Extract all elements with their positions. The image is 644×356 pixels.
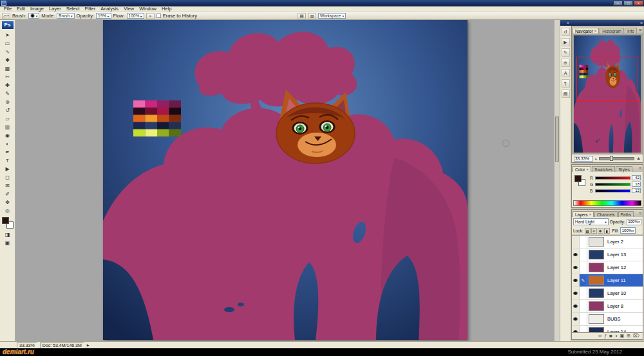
bridge-button[interactable]: ▥ [308, 13, 316, 19]
navigator-zoom-slider[interactable] [599, 157, 635, 160]
tool-path-select[interactable]: ▶ [2, 165, 14, 173]
color-panel-menu-button[interactable]: ≡ [639, 165, 641, 171]
tool-clone-stamp[interactable]: ⊕ [2, 98, 14, 106]
zoom-slider-thumb[interactable] [610, 156, 613, 161]
palettes-button[interactable]: ▤ [298, 13, 306, 19]
dock-history-button[interactable]: ↺ [562, 28, 570, 36]
canvas-artwork[interactable] [103, 20, 468, 340]
dock-brushes-button[interactable]: ✎ [562, 48, 570, 57]
layer-row[interactable]: Layer 14 [572, 326, 643, 332]
tool-gradient[interactable]: ▥ [2, 123, 14, 131]
tool-eraser[interactable]: ▱ [2, 115, 14, 123]
layer-visibility-toggle[interactable] [572, 236, 580, 248]
tool-zoom[interactable]: ◎ [2, 207, 14, 215]
menu-edit[interactable]: Edit [14, 6, 28, 12]
layer-visibility-toggle[interactable] [572, 287, 580, 299]
menu-layer[interactable]: Layer [46, 6, 64, 12]
dock-layer-comps-button[interactable]: ▤ [562, 89, 570, 98]
layer-row[interactable]: ✎Layer 11 [572, 274, 643, 287]
tool-quick-mask[interactable]: ◨ [2, 230, 14, 239]
tool-lasso[interactable]: ∿ [2, 48, 14, 56]
foreground-color-swatch[interactable] [2, 217, 9, 224]
layer-row[interactable]: Layer 13 [572, 248, 643, 261]
layer-opacity-field[interactable]: 100% ▸ [627, 219, 641, 225]
tool-brush[interactable]: ✎ [2, 89, 14, 98]
tool-eyedropper[interactable]: ✐ [2, 190, 14, 198]
tool-crop[interactable]: ▦ [2, 64, 14, 73]
layer-row[interactable]: Layer 12 [572, 261, 643, 274]
tool-dodge[interactable]: ◐ [2, 140, 14, 148]
tool-healing-brush[interactable]: ✚ [2, 81, 14, 89]
menu-select[interactable]: Select [64, 6, 82, 12]
maximize-button[interactable]: □ [623, 1, 633, 6]
mode-select[interactable]: Brush ▾ [57, 13, 75, 19]
navigator-tab-info[interactable]: Info [625, 28, 637, 33]
tool-blur[interactable]: ◉ [2, 131, 14, 140]
menu-file[interactable]: File [1, 6, 14, 12]
layer-row[interactable]: Layer 2 [572, 236, 643, 248]
title-bar[interactable]: – □ × [0, 0, 644, 6]
tool-screen-mode[interactable]: ▣ [2, 239, 14, 247]
menu-view[interactable]: View [121, 6, 137, 12]
color-slider-track[interactable] [595, 176, 630, 180]
color-slider-track[interactable] [595, 189, 630, 192]
layers-panel-menu-button[interactable]: ≡ [639, 211, 641, 216]
lock-transparency-icon[interactable]: ▨ [585, 228, 591, 234]
link-layers-button[interactable]: ∞ [598, 333, 601, 339]
opacity-field[interactable]: 19% ▸ [96, 13, 111, 19]
flow-field[interactable]: 100% ▸ [127, 13, 144, 19]
navigator-tab-histogram[interactable]: Histogram [600, 28, 624, 33]
dock-character-button[interactable]: A [562, 69, 570, 77]
layers-tab-channels[interactable]: Channels [594, 211, 617, 217]
foreground-color-swatch[interactable] [574, 175, 582, 182]
menu-image[interactable]: Image [28, 6, 46, 12]
delete-layer-button[interactable]: ⌦ [633, 333, 639, 339]
color-tab-swatches[interactable]: Swatches [592, 166, 615, 172]
lock-all-icon[interactable]: ▮ [604, 228, 610, 234]
tool-history-brush[interactable]: ↺ [2, 106, 14, 115]
navigator-tab-navigator[interactable]: Navigator× [573, 28, 599, 33]
color-swatch-widget[interactable] [2, 217, 14, 229]
adjustment-layer-button[interactable]: ◑ [614, 333, 617, 339]
layer-visibility-toggle[interactable] [572, 300, 580, 312]
tool-preset-picker[interactable]: ▱ ▾ [2, 13, 10, 19]
close-button[interactable]: × [634, 1, 643, 6]
brush-preview-dropdown[interactable]: ▾ [28, 13, 40, 19]
layer-row[interactable]: Layer 10 [572, 287, 643, 300]
layer-mask-button[interactable]: ◙ [609, 333, 612, 339]
layer-visibility-toggle[interactable] [572, 313, 580, 325]
workspace-dropdown[interactable]: Workspace ▾ [318, 13, 346, 19]
scrollbar-thumb[interactable] [555, 117, 559, 162]
tool-slice[interactable]: ✂ [2, 73, 14, 81]
navigator-view-rectangle[interactable] [576, 57, 638, 102]
layers-tab-layers[interactable]: Layers× [573, 211, 594, 217]
dock-clone-source-button[interactable]: ⊕ [562, 59, 570, 67]
zoom-in-icon[interactable]: ▲ [636, 155, 641, 162]
lock-pixels-icon[interactable]: ✛ [591, 228, 597, 234]
layer-style-button[interactable]: ƒ [604, 333, 607, 339]
layer-visibility-toggle[interactable] [572, 248, 580, 261]
lock-position-icon[interactable]: ✥ [598, 228, 603, 234]
blend-mode-select[interactable]: Hard Light ▾ [573, 218, 609, 225]
canvas-area[interactable] [15, 20, 560, 341]
layer-group-button[interactable]: ▣ [620, 333, 625, 339]
menu-window[interactable]: Window [137, 6, 159, 12]
tool-shape[interactable]: ◻ [2, 173, 14, 182]
vertical-scrollbar[interactable] [554, 20, 560, 341]
layer-visibility-toggle[interactable] [572, 261, 580, 274]
status-flyout-icon[interactable]: ▶ [87, 343, 90, 347]
layer-fill-field[interactable]: 100% ▸ [620, 227, 636, 234]
new-layer-button[interactable]: ⊞ [627, 333, 630, 339]
dock-actions-button[interactable]: ▶ [562, 38, 570, 46]
color-spectrum-ramp[interactable] [573, 200, 641, 206]
menu-filter[interactable]: Filter [82, 6, 99, 12]
dock-paragraph-button[interactable]: ¶ [562, 79, 570, 88]
tool-hand[interactable]: ✥ [2, 198, 14, 207]
menu-help[interactable]: Help [159, 6, 174, 12]
navigator-panel-menu-button[interactable]: ≡ [639, 27, 641, 33]
tool-notes[interactable]: ✉ [2, 182, 14, 190]
color-slider-track[interactable] [595, 183, 630, 186]
airbrush-toggle[interactable]: ≈ [146, 13, 155, 19]
navigator-zoom-field[interactable]: 33.33% [574, 156, 593, 162]
tool-quick-select[interactable]: ✱ [2, 56, 14, 64]
